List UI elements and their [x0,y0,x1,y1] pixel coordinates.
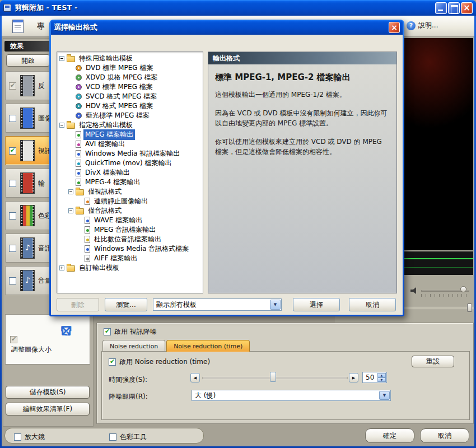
new-project-button[interactable] [7,17,29,35]
tree-item[interactable]: HDV 格式 MPEG 檔案 [57,101,203,111]
tree-item[interactable]: Windows Media 視訊檔案輸出 [57,149,203,158]
resize-arrows-icon [55,319,77,342]
page-icon [85,245,90,253]
template-tree: 特殊用途輸出模板DVD 標準 MPEG 檔案XDVD 規格 MPEG 檔案VCD… [57,52,203,293]
browse-button[interactable]: 瀏覽... [105,298,147,311]
maximize-button-icon[interactable] [448,2,460,14]
tree-item[interactable]: DivX 檔案輸出 [57,168,203,178]
reset-button[interactable]: 重設 [412,356,454,367]
filter-checkbox[interactable] [9,147,16,155]
page-icon [76,131,81,138]
dialog-cancel-button[interactable]: 取消 [349,298,396,311]
strength-value[interactable]: 50 [366,374,374,381]
dialog-close-icon[interactable] [389,22,400,33]
filter-film-icon [20,205,35,226]
nr-range-value: 大 (慢) [195,391,216,400]
save-template-button[interactable]: 儲存模版(S) [6,386,90,399]
page-icon [85,198,90,205]
filter-checkbox[interactable] [9,277,16,284]
tree-expander-icon[interactable] [68,189,73,194]
spin-up-icon[interactable] [377,373,386,377]
tree-item[interactable]: Windows Media 音訊格式檔案 [57,244,203,254]
tree-expander-icon[interactable] [59,265,64,270]
tree-item[interactable]: 特殊用途輸出模板 [57,54,203,63]
tree-item[interactable]: VCD 標準 MPEG 檔案 [57,82,203,92]
tree-expander-icon[interactable] [68,208,73,213]
filter-label: 反 [38,81,45,91]
enable-video-nr-checkbox[interactable] [104,328,111,335]
noise-tabs: Noise reduction Noise reduction (time) [102,340,251,352]
resize-filter-checkbox[interactable] [10,336,17,343]
project-button-label: 專 [37,21,45,31]
tree-item[interactable]: MPEG-4 檔案輸出 [57,178,203,187]
tree-item[interactable]: AVI 檔案輸出 [57,139,203,149]
tree-item[interactable]: 指定格式輸出模板 [57,120,203,130]
strength-slider-thumb[interactable] [270,372,276,382]
filter-film-icon [20,140,35,161]
output-format-dialog: 選擇輸出格式 特殊用途輸出模板DVD 標準 MPEG 檔案XDVD 規格 MPE… [49,20,404,316]
magnifier-checkbox[interactable] [14,433,21,441]
tree-item[interactable]: 杜比數位音訊檔案輸出 [57,235,203,244]
tree-item[interactable]: QuickTime (mov) 檔案輸出 [57,158,203,168]
tree-item[interactable]: XDVD 規格 MPEG 檔案 [57,73,203,82]
tab-noise-reduction[interactable]: Noise reduction [102,340,165,352]
spin-down-icon[interactable] [377,377,386,382]
window-controls [435,2,473,14]
tree-item[interactable]: MPEG 檔案輸出 [57,130,203,139]
magnifier-row[interactable]: 放大鏡 [14,432,45,442]
tree-item[interactable]: 連續靜止圖像輸出 [57,197,203,206]
enable-time-nr-checkbox[interactable] [109,358,116,366]
tree-item[interactable]: 僅視訊格式 [57,187,203,197]
window-titlebar[interactable]: 剪輯附加 - TEST - [0,0,476,16]
color-tool-row[interactable]: 色彩工具 [109,432,147,442]
enable-video-nr-row[interactable]: 啟用 視訊降噪 [104,327,157,337]
tree-item[interactable]: DVD 標準 MPEG 檔案 [57,63,203,73]
help-area: 說明... [407,21,438,30]
window-title: 剪輯附加 - TEST - [15,3,435,13]
main-cancel-button[interactable]: 取消 [420,428,469,443]
tab-noise-reduction-time[interactable]: Noise reduction (time) [166,340,250,352]
dialog-titlebar[interactable]: 選擇輸出格式 [51,20,403,35]
tree-item[interactable]: SVCD 格式 MPEG 檔案 [57,92,203,101]
close-button-icon[interactable] [461,2,473,14]
minimize-button-icon[interactable] [435,2,447,14]
select-button[interactable]: 選擇 [293,298,340,311]
tree-item[interactable]: 自訂輸出模板 [57,263,203,273]
filter-film-icon [20,270,35,291]
strength-spinbox[interactable]: 50 [362,372,387,383]
resize-filter-label: 調整圖像大小 [11,345,88,354]
filter-checkbox[interactable] [9,82,16,90]
template-filter-dropdown[interactable]: 顯示所有模板 [153,298,282,311]
filter-checkbox[interactable] [9,245,16,252]
enable-video-nr-label: 啟用 視訊降噪 [114,327,157,337]
ok-button[interactable]: 確定 [365,428,414,443]
tree-item[interactable]: AIFF 檔案輸出 [57,254,203,263]
resize-filter-row[interactable]: 調整圖像大小 [5,314,90,365]
tree-expander-icon[interactable] [59,123,64,128]
nr-range-dropdown[interactable]: 大 (慢) [192,390,391,401]
disc-icon [76,74,82,81]
filter-checkbox[interactable] [9,212,16,220]
tree-item[interactable]: MPEG 音訊檔案輸出 [57,225,203,235]
format-title: 標準 MPEG-1, MPEG-2 檔案輸出 [215,72,390,83]
help-button[interactable]: 說明... [418,21,438,30]
tree-item[interactable]: 僅音訊格式 [57,206,203,216]
slider-right-arrow-icon[interactable]: ▶ [349,373,358,382]
tree-item[interactable]: 藍光標準 MPEG 檔案 [57,111,203,120]
magnifier-label: 放大鏡 [25,432,45,442]
slider-left-arrow-icon[interactable]: ◀ [190,373,200,382]
time-strength-label: 時間強度(S): [109,375,147,385]
filter-label: 輪 [38,179,45,188]
enable-time-nr-row[interactable]: 啟用 Noise reduction (time) [109,357,210,367]
tree-item[interactable]: WAVE 檔案輸出 [57,216,203,225]
color-tool-checkbox[interactable] [109,433,116,441]
volume-slider-thumb[interactable] [460,286,466,292]
tree-expander-icon[interactable] [59,56,64,61]
help-icon[interactable] [407,21,416,30]
edit-effects-list-button[interactable]: 編輯效果清單(F) [6,403,90,416]
open-button[interactable]: 開啟 [6,54,50,67]
filter-checkbox[interactable] [9,180,16,187]
seek-slider-thumb[interactable] [467,304,472,312]
filter-checkbox[interactable] [9,115,16,122]
project-button[interactable]: 專 [31,17,51,35]
